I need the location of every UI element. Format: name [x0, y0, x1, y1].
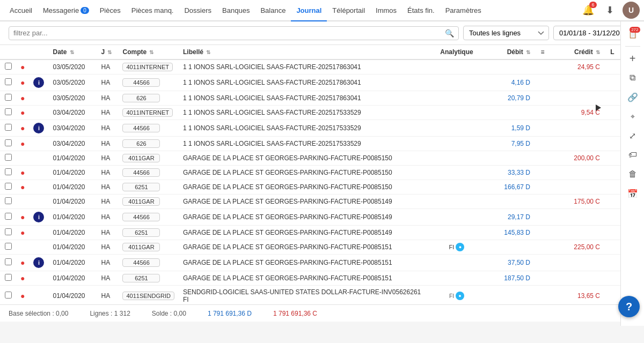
- tag-btn[interactable]: 🏷: [624, 146, 641, 163]
- nav-accueil[interactable]: Accueil: [4, 0, 38, 21]
- row-compte[interactable]: 4011SENDGRID: [118, 286, 179, 305]
- notification-btn[interactable]: 🔔 6: [580, 2, 597, 19]
- table-row[interactable]: ●i01/04/2020HA44566GARAGE DE LA PLACE ST…: [0, 209, 620, 226]
- nav-parametres[interactable]: Paramètres: [440, 0, 487, 21]
- table-row[interactable]: ●i03/05/2020HA445661 1 IONOS SARL-LOGICI…: [0, 74, 620, 91]
- table-row[interactable]: ●01/04/2020HA4011SENDGRIDSENDGRID-LOGICI…: [0, 286, 620, 305]
- row-l: [604, 91, 620, 106]
- calendar-btn[interactable]: 📅: [624, 185, 641, 202]
- row-checkbox[interactable]: [5, 243, 12, 250]
- nav-banques[interactable]: Banques: [217, 0, 255, 21]
- download-btn[interactable]: ⬇: [601, 2, 618, 19]
- info-icon[interactable]: i: [33, 77, 44, 88]
- filter-input[interactable]: [13, 29, 445, 37]
- copy-btn[interactable]: ⧉: [624, 69, 641, 86]
- table-row[interactable]: ●01/04/2020HA6251GARAGE DE LA PLACE ST G…: [0, 226, 620, 240]
- status-dot: ●: [20, 292, 25, 300]
- row-checkbox[interactable]: [5, 183, 12, 190]
- row-compte[interactable]: 626: [118, 137, 179, 151]
- journal-table-wrap: Date ⇅ J ⇅ Compte ⇅ Libellé ⇅ Analytique…: [0, 45, 620, 304]
- table-row[interactable]: ●03/04/2020HA6261 1 IONOS SARL-LOGICIEL …: [0, 137, 620, 151]
- row-libelle: 1 1 IONOS SARL-LOGICIEL SAAS-FACTURE-202…: [179, 74, 433, 91]
- link-btn[interactable]: 🔗: [624, 88, 641, 106]
- row-compte[interactable]: 4011GAR: [118, 195, 179, 209]
- delete-btn[interactable]: 🗑: [624, 166, 641, 183]
- info-icon[interactable]: i: [33, 212, 44, 222]
- table-row[interactable]: ●01/04/2020HA6251GARAGE DE LA PLACE ST G…: [0, 271, 620, 286]
- row-compte[interactable]: 44566: [118, 74, 179, 91]
- row-compte[interactable]: 44566: [118, 209, 179, 226]
- row-checkbox[interactable]: [5, 94, 12, 101]
- row-journal-code: HA: [97, 106, 118, 120]
- user-avatar[interactable]: U: [623, 2, 640, 19]
- table-row[interactable]: 01/04/2020HA4011GARGARAGE DE LA PLACE ST…: [0, 195, 620, 209]
- row-compte[interactable]: 6251: [118, 271, 179, 286]
- journal-table: Date ⇅ J ⇅ Compte ⇅ Libellé ⇅ Analytique…: [0, 45, 620, 304]
- row-checkbox[interactable]: [5, 154, 12, 161]
- row-checkbox[interactable]: [5, 168, 12, 175]
- table-row[interactable]: ●i01/04/2020HA44566GARAGE DE LA PLACE ST…: [0, 255, 620, 271]
- table-row[interactable]: ●01/04/2020HA44566GARAGE DE LA PLACE ST …: [0, 166, 620, 180]
- row-compte[interactable]: 4011INTERNET: [118, 59, 179, 74]
- right-badge-btn[interactable]: 📋 272: [624, 26, 641, 43]
- row-checkbox[interactable]: [5, 63, 12, 70]
- table-row[interactable]: ●03/05/2020HA6261 1 IONOS SARL-LOGICIEL …: [0, 91, 620, 106]
- unlink-btn[interactable]: ⌖: [624, 108, 641, 125]
- col-header-j[interactable]: J ⇅: [97, 45, 118, 59]
- table-row[interactable]: ●03/04/2020HA4011INTERNET1 1 IONOS SARL-…: [0, 106, 620, 120]
- row-compte[interactable]: 4011GAR: [118, 240, 179, 255]
- row-debit: 166,67 D: [481, 180, 535, 195]
- table-row[interactable]: ●01/04/2020HA6251GARAGE DE LA PLACE ST G…: [0, 180, 620, 195]
- add-btn[interactable]: +: [624, 50, 641, 67]
- nav-journal[interactable]: Journal: [291, 0, 327, 21]
- row-checkbox[interactable]: [5, 139, 12, 146]
- col-header-credit[interactable]: Crédit ⇅: [551, 45, 604, 59]
- nav-messagerie[interactable]: Messagerie 0: [38, 0, 94, 21]
- row-libelle: 1 1 IONOS SARL-LOGICIEL SAAS-FACTURE-202…: [179, 120, 433, 137]
- table-row[interactable]: 01/04/2020HA4011GARGARAGE DE LA PLACE ST…: [0, 151, 620, 166]
- nav-etats-fin[interactable]: États fin.: [402, 0, 440, 21]
- col-header-compte[interactable]: Compte ⇅: [118, 45, 179, 59]
- row-journal-code: HA: [97, 286, 118, 305]
- nav-dossiers[interactable]: Dossiers: [179, 0, 217, 21]
- row-compte[interactable]: 44566: [118, 255, 179, 271]
- col-header-debit[interactable]: Débit ⇅: [481, 45, 535, 59]
- expand-btn[interactable]: ⤢: [624, 127, 641, 144]
- row-compte[interactable]: 626: [118, 91, 179, 106]
- row-checkbox[interactable]: [5, 274, 12, 281]
- nav-pieces[interactable]: Pièces: [94, 0, 126, 21]
- info-icon[interactable]: i: [33, 257, 44, 268]
- help-button[interactable]: ?: [618, 296, 640, 317]
- nav-immos[interactable]: Immos: [370, 0, 402, 21]
- table-row[interactable]: ●i03/04/2020HA445661 1 IONOS SARL-LOGICI…: [0, 120, 620, 137]
- row-checkbox[interactable]: [5, 213, 12, 220]
- row-checkbox[interactable]: [5, 124, 12, 131]
- row-compte[interactable]: 44566: [118, 120, 179, 137]
- lines-filter-select[interactable]: Toutes les lignes: [463, 26, 549, 40]
- table-row[interactable]: 01/04/2020HA4011GARGARAGE DE LA PLACE ST…: [0, 240, 620, 255]
- row-checkbox[interactable]: [5, 258, 12, 265]
- row-compte[interactable]: 6251: [118, 180, 179, 195]
- col-header-libelle[interactable]: Libellé ⇅: [179, 45, 433, 59]
- status-dot: ●: [20, 139, 25, 148]
- info-icon[interactable]: i: [33, 123, 44, 133]
- col-header-date[interactable]: Date ⇅: [48, 45, 97, 59]
- nav-balance[interactable]: Balance: [255, 0, 291, 21]
- row-compte[interactable]: 4011GAR: [118, 151, 179, 166]
- row-checkbox[interactable]: [5, 228, 12, 235]
- filter-input-wrap[interactable]: 🔍: [9, 26, 459, 40]
- row-compte[interactable]: 6251: [118, 226, 179, 240]
- row-checkbox[interactable]: [5, 197, 12, 204]
- row-checkbox[interactable]: [5, 78, 12, 85]
- row-checkbox[interactable]: [5, 292, 12, 299]
- row-filter-col: [535, 106, 551, 120]
- row-libelle: GARAGE DE LA PLACE ST GEORGES-PARKING-FA…: [179, 271, 433, 286]
- row-analytique: [433, 59, 481, 74]
- row-checkbox[interactable]: [5, 108, 12, 115]
- row-compte[interactable]: 4011INTERNET: [118, 106, 179, 120]
- col-header-filter[interactable]: ≡: [535, 45, 551, 59]
- nav-teleportail[interactable]: Téléportail: [327, 0, 370, 21]
- row-compte[interactable]: 44566: [118, 166, 179, 180]
- nav-pieces-manq[interactable]: Pièces manq.: [126, 0, 179, 21]
- table-row[interactable]: ●03/05/2020HA4011INTERNET1 1 IONOS SARL-…: [0, 59, 620, 74]
